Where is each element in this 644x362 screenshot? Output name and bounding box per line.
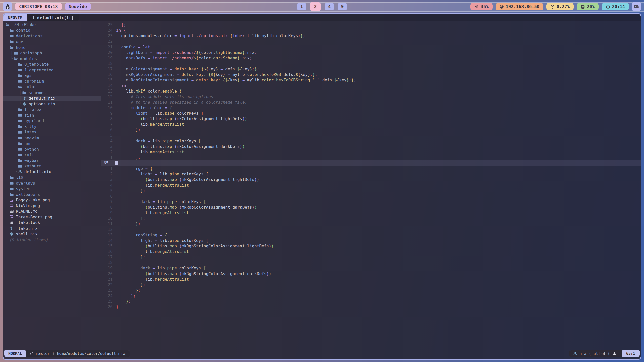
code-line[interactable]: 6 ];	[101, 127, 641, 132]
tree-item-flake.lock[interactable]: flake.lock	[3, 220, 101, 226]
tree-item-overlays[interactable]: overlays	[3, 180, 101, 186]
workspace-4[interactable]: 4	[325, 3, 334, 10]
code-line[interactable]: 12 # This module sets its own options	[101, 94, 641, 99]
code-line[interactable]: 18	[101, 61, 641, 66]
code-line[interactable]: 16 lib.mergeAttrsList	[101, 249, 641, 254]
tree-item-firefox[interactable]: │firefox	[3, 107, 101, 113]
code-line[interactable]: 22	[101, 38, 641, 44]
code-line[interactable]: 26}	[101, 304, 641, 309]
tree-item-christoph[interactable]: │christoph	[3, 50, 101, 56]
code-line[interactable]: 1 rgb = {	[101, 166, 641, 171]
code-line[interactable]: 15 mkRgbStringColorAssignment = defs: ke…	[101, 77, 641, 83]
code-line[interactable]: 3 (builtins.map (mkRgbColorAssignment li…	[101, 177, 641, 182]
code-line[interactable]: 4 dark = lib.pipe colorKeys [	[101, 138, 641, 144]
code-line[interactable]: 13 lib.mkIf color.enable {	[101, 88, 641, 94]
tree-item-waybar[interactable]: │waybar	[3, 158, 101, 163]
code-line[interactable]: 21 lib.mergeAttrsList	[101, 276, 641, 282]
code-line[interactable]: 17 ];	[101, 254, 641, 260]
tree-item-schemes[interactable]: ││schemes	[3, 90, 101, 96]
code-line[interactable]: 5 ];	[101, 188, 641, 193]
code-line[interactable]: 23 };	[101, 287, 641, 293]
tab-default-nix[interactable]: 1 default.nix[1+]	[27, 14, 79, 21]
tree-item-chromium[interactable]: │chromium	[3, 78, 101, 84]
code-line[interactable]: 16 mkRgbColorAssignment = defs: key: {${…	[101, 72, 641, 77]
tree-item-wallpapers[interactable]: wallpapers	[3, 192, 101, 197]
code-line[interactable]: 20 lightDefs = import ./schemes/${color.…	[101, 50, 641, 55]
code-line[interactable]: 1 ];	[101, 155, 641, 160]
code-line[interactable]: 2 light = lib.pipe colorKeys [	[101, 171, 641, 177]
code-line[interactable]: 18	[101, 260, 641, 265]
tree-item-default.nix[interactable]: ││default.nix	[3, 96, 101, 101]
tree-item--9-hidden-items-[interactable]: (9 hidden items)	[3, 237, 101, 243]
code-line[interactable]: 24 };	[101, 293, 641, 298]
code-line[interactable]: 10 ];	[101, 215, 641, 221]
tree-item-env[interactable]: env	[3, 39, 101, 45]
code-line[interactable]: 23 options.modules.color = import ./opti…	[101, 33, 641, 38]
tree-item-fish[interactable]: │fish	[3, 112, 101, 118]
code-line[interactable]: 20 (builtins.map (mkRgbStringColorAssign…	[101, 271, 641, 276]
active-app-pill[interactable]: Neovide	[65, 3, 91, 10]
code-line[interactable]: 7 lib.mergeAttrsList	[101, 121, 641, 127]
tree-item-modules[interactable]: └modules	[3, 56, 101, 62]
code-line[interactable]: 24in {	[101, 27, 641, 33]
code-line[interactable]: 14 in	[101, 83, 641, 88]
code-line[interactable]: 10 modules.color = {	[101, 105, 641, 110]
code-line[interactable]: 8 (builtins.map (mkColorAssignment light…	[101, 116, 641, 121]
code-line[interactable]: 11 # to the values specified in a colors…	[101, 99, 641, 105]
tree-item-system[interactable]: system	[3, 186, 101, 192]
code-line[interactable]: 9 lib.mergeAttrsList	[101, 210, 641, 215]
code-line[interactable]: 19 darkDefs = import ./schemes/${color.d…	[101, 55, 641, 61]
tree-item-lib[interactable]: lib	[3, 175, 101, 180]
tree-item-kitty[interactable]: │kitty	[3, 124, 101, 129]
code-line[interactable]: 11 };	[101, 221, 641, 227]
tree-item-home[interactable]: home	[3, 44, 101, 50]
code-line[interactable]: 3 (builtins.map (mkColorAssignment darkD…	[101, 144, 641, 149]
tree-item-nixvim.png[interactable]: NixVim.png	[3, 203, 101, 209]
code-line[interactable]: 17 mkColorAssignment = defs: key: {${key…	[101, 66, 641, 72]
code-line[interactable]: 4 lib.mergeAttrsList	[101, 182, 641, 188]
tree-item-color[interactable]: │color	[3, 84, 101, 90]
tree-item-nnn[interactable]: │nnn	[3, 141, 101, 147]
tree-item-foggy-lake.png[interactable]: Foggy-Lake.png	[3, 197, 101, 203]
launcher-button[interactable]	[3, 2, 12, 11]
cpu-pill[interactable]: 0.27%	[546, 3, 574, 10]
memory-pill[interactable]: 20%	[577, 3, 599, 10]
code-line-current[interactable]: 65	[101, 160, 641, 166]
code-line[interactable]: 7 dark = lib.pipe colorKeys [	[101, 199, 641, 204]
tree-item-rofi[interactable]: │rofi	[3, 152, 101, 158]
tree-item-default.nix[interactable]: └default.nix	[3, 169, 101, 175]
code-line[interactable]: 19 dark = lib.pipe colorKeys [	[101, 265, 641, 271]
tree-item-neovim[interactable]: │neovim	[3, 135, 101, 141]
tree-item-zathura[interactable]: │zathura	[3, 163, 101, 169]
tree-item--nixflake[interactable]: ~/NixFlake	[3, 22, 101, 28]
tree-item-hyprland[interactable]: │hyprland	[3, 118, 101, 124]
code-editor[interactable]: 25 ];24in {23 options.modules.color = im…	[101, 21, 641, 350]
code-line[interactable]: 5	[101, 132, 641, 138]
code-line[interactable]: 21 config = let	[101, 44, 641, 50]
session-clock-pill[interactable]: CHRISTOPH 08:18	[15, 3, 62, 10]
tree-item-latex[interactable]: │latex	[3, 129, 101, 135]
tree-item-flake.nix[interactable]: flake.nix	[3, 225, 101, 231]
tree-item-readme.md[interactable]: README.md	[3, 209, 101, 214]
tree-item-0-template[interactable]: │0_template	[3, 62, 101, 67]
code-line[interactable]: 25 };	[101, 298, 641, 304]
tree-item-config[interactable]: config	[3, 28, 101, 33]
clock-pill[interactable]: 20:14	[602, 3, 629, 10]
workspace-1[interactable]: 1	[297, 3, 306, 10]
tree-item-derivations[interactable]: derivations	[3, 33, 101, 39]
network-pill[interactable]: 192.168.86.50	[496, 3, 543, 10]
tree-item-python[interactable]: │python	[3, 146, 101, 152]
code-line[interactable]: 6	[101, 193, 641, 199]
code-line[interactable]: 15 (builtins.map (mkRgbStringColorAssign…	[101, 243, 641, 249]
code-line[interactable]: 22 ];	[101, 282, 641, 287]
workspace-2-active[interactable]: 2	[310, 2, 321, 11]
code-line[interactable]: 25 ];	[101, 22, 641, 27]
code-line[interactable]: 13 rgbString = {	[101, 232, 641, 238]
tray-discord-button[interactable]	[632, 2, 641, 11]
tree-item-shell.nix[interactable]: shell.nix	[3, 231, 101, 237]
code-line[interactable]: 8 (builtins.map (mkRgbColorAssignment da…	[101, 204, 641, 210]
code-line[interactable]: 2 lib.mergeAttrsList	[101, 149, 641, 155]
tree-item-three-bears.png[interactable]: Three-Bears.png	[3, 214, 101, 220]
tree-item-ags[interactable]: │ags	[3, 73, 101, 79]
volume-pill[interactable]: 35%	[470, 3, 493, 10]
